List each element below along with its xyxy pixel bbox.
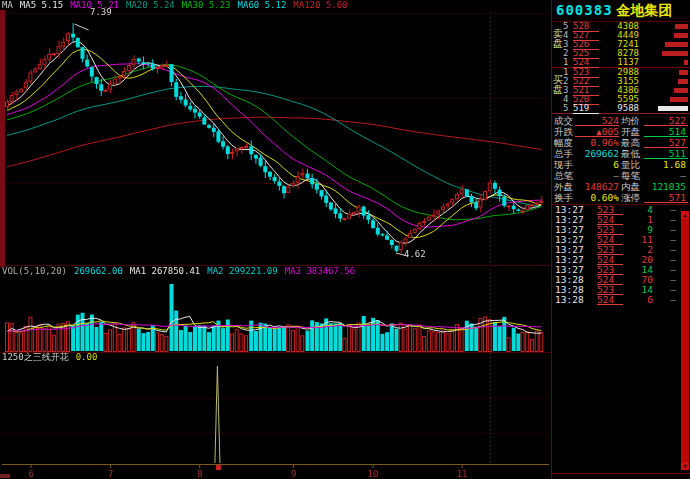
quote-value: — bbox=[644, 170, 688, 181]
indicator-value: 0.00 bbox=[76, 352, 98, 363]
volume-bar-track bbox=[645, 106, 688, 111]
volume-bar bbox=[684, 60, 688, 65]
kline-chart-canvas[interactable] bbox=[0, 0, 551, 479]
quote-value: 6 bbox=[575, 159, 619, 170]
volume-bar bbox=[670, 97, 688, 102]
quote-label: 开盘 bbox=[621, 126, 644, 137]
vol-ma-legend-item: MA1 267850.41 bbox=[130, 266, 200, 277]
quote-info-row: 现手6量比1.68 bbox=[552, 159, 690, 170]
volume-value: 1137 bbox=[599, 58, 639, 67]
quote-value: 514 bbox=[644, 126, 688, 137]
volume-bar-track bbox=[645, 97, 688, 102]
quote-value: 571 bbox=[644, 192, 688, 203]
chart-region: MA MA5 5.15MA10 5.21MA20 5.24MA30 5.23MA… bbox=[0, 0, 551, 479]
scroll-up-icon[interactable]: ▲ bbox=[681, 211, 689, 219]
quote-value: 148627 bbox=[575, 181, 619, 192]
quote-label: 每笔 bbox=[621, 170, 644, 181]
low-price-annotation: 4.62 bbox=[404, 250, 426, 259]
ma-legend-prefix: MA bbox=[2, 0, 13, 11]
price-value[interactable]: 524 bbox=[573, 58, 599, 68]
volume-bar-track bbox=[645, 88, 688, 93]
high-price-annotation: 7.39 bbox=[90, 8, 112, 17]
quote-info-row: 外盘148627内盘121035 bbox=[552, 181, 690, 192]
quote-info-row: 幅度0.96%最高527 bbox=[552, 137, 690, 148]
volume-bar bbox=[665, 42, 688, 47]
ma-legend-item: MA5 5.15 bbox=[20, 0, 63, 11]
chart-left-border bbox=[0, 10, 5, 267]
quote-label: 内盘 bbox=[621, 181, 644, 192]
volume-bar bbox=[674, 33, 688, 38]
bid-side-label: 买 盘 bbox=[553, 75, 563, 95]
ma-legend-item: MA30 5.23 bbox=[182, 0, 231, 11]
quote-label: 均价 bbox=[621, 115, 644, 126]
vol-ma-legend-item: MA3 383467.56 bbox=[285, 266, 355, 277]
volume-bar-track bbox=[645, 51, 688, 56]
quote-label: 升跌 bbox=[554, 126, 575, 137]
volume-bar bbox=[674, 88, 688, 93]
ask-row[interactable]: 15241137 bbox=[552, 58, 690, 67]
quote-value: ▲005 bbox=[575, 126, 619, 137]
quote-value: 511 bbox=[644, 148, 688, 159]
ask-book: 卖 盘 552843084527444935267241252582781524… bbox=[552, 22, 690, 67]
volume-bar-track bbox=[645, 42, 688, 47]
volume-value: 9588 bbox=[599, 104, 639, 113]
quote-label: 总笔 bbox=[554, 170, 575, 181]
vol-ma-legend-item: MA2 299221.09 bbox=[207, 266, 277, 277]
quote-label: 总手 bbox=[554, 148, 575, 159]
volume-bar bbox=[678, 79, 688, 84]
vol-legend-label: VOL(5,10,20) bbox=[2, 266, 67, 277]
quote-info-row: 换手0.60%涨停571 bbox=[552, 192, 690, 203]
quote-label: 最低 bbox=[621, 148, 644, 159]
quote-info-row: 总手269662最低511 bbox=[552, 148, 690, 159]
quote-info-row: 成交524均价522 bbox=[552, 115, 690, 126]
volume-bar-track bbox=[645, 79, 688, 84]
quote-label: 幅度 bbox=[554, 137, 575, 148]
quote-value: — bbox=[575, 170, 619, 181]
quote-value: 0.60% bbox=[575, 192, 619, 203]
scroll-down-icon[interactable]: ▼ bbox=[681, 462, 689, 470]
quote-label: 涨停 bbox=[621, 192, 644, 203]
tick-price: 524 bbox=[597, 295, 623, 305]
transaction-list: 13:275234—13:275241—13:275239—13:2752411… bbox=[552, 205, 690, 305]
level-number: 5 bbox=[563, 104, 573, 113]
volume-legend: VOL(5,10,20) 269662.00 MA1 267850.41MA2 … bbox=[2, 266, 355, 277]
quote-label: 换手 bbox=[554, 192, 575, 203]
volume-bar bbox=[658, 106, 688, 111]
level-number: 1 bbox=[563, 58, 573, 67]
ma-legend-item: MA20 5.24 bbox=[126, 0, 175, 11]
quote-value: 527 bbox=[644, 137, 688, 148]
indicator-legend: 1250之三线开花 0.00 bbox=[2, 352, 97, 363]
transaction-row: 13:285246— bbox=[552, 295, 690, 305]
quote-value: 269662 bbox=[575, 148, 619, 159]
transaction-scrollbar[interactable]: ▲ ▼ bbox=[681, 211, 689, 470]
volume-bar-track bbox=[645, 60, 688, 65]
ma-legend-item: MA60 5.12 bbox=[238, 0, 287, 11]
ma-legend: MA MA5 5.15MA10 5.21MA20 5.24MA30 5.23MA… bbox=[2, 0, 348, 11]
ma-legend-item: MA120 5.60 bbox=[293, 0, 347, 11]
stock-title: 600383金地集团 bbox=[552, 0, 690, 22]
quote-label: 外盘 bbox=[554, 181, 575, 192]
trading-terminal-window: MA MA5 5.15MA10 5.21MA20 5.24MA30 5.23MA… bbox=[0, 0, 690, 479]
price-value[interactable]: 519 bbox=[573, 104, 599, 114]
quote-value: 121035 bbox=[644, 181, 688, 192]
quote-value: 0.96% bbox=[575, 137, 619, 148]
quote-label: 最高 bbox=[621, 137, 644, 148]
quote-label: 量比 bbox=[621, 159, 644, 170]
quote-panel: 600383金地集团 卖 盘 5528430845274449352672412… bbox=[551, 0, 690, 479]
quote-value: 522 bbox=[644, 115, 688, 126]
bid-row[interactable]: 55199588 bbox=[552, 104, 690, 113]
quote-info-row: 升跌▲005开盘514 bbox=[552, 126, 690, 137]
volume-bar-track bbox=[645, 70, 688, 75]
stock-name: 金地集团 bbox=[617, 2, 673, 18]
quote-value: 524 bbox=[575, 115, 619, 126]
quote-label: 成交 bbox=[554, 115, 575, 126]
quote-info-row: 总笔—每笔— bbox=[552, 170, 690, 181]
indicator-name: 1250之三线开花 bbox=[2, 352, 69, 363]
volume-bar-track bbox=[645, 33, 688, 38]
vol-legend-value: 269662.00 bbox=[74, 266, 123, 277]
bid-book: 买 盘 152329882522315535214386452055955519… bbox=[552, 68, 690, 113]
volume-bar bbox=[662, 51, 688, 56]
tick-volume: 6 bbox=[623, 295, 653, 305]
quote-label: 现手 bbox=[554, 159, 575, 170]
volume-bar-track bbox=[645, 24, 688, 29]
